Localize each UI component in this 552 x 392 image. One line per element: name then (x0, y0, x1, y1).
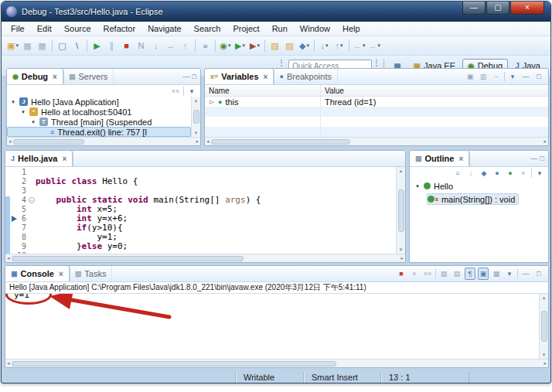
remove-launch-icon[interactable]: × (409, 268, 420, 280)
show-type-names-icon[interactable]: ▣ (465, 70, 475, 83)
open-console-icon[interactable]: ▢ (55, 38, 70, 53)
minimize-icon[interactable]: — (520, 268, 531, 280)
expand-all-icon[interactable]: ≡ (452, 167, 463, 179)
step-over-icon[interactable]: → (163, 38, 178, 53)
previous-annotation-icon[interactable]: ↑▾ (332, 38, 346, 53)
menu-navigate[interactable]: Navigate (141, 22, 187, 35)
panel-maximize-icon[interactable]: □ (193, 73, 196, 80)
tab-hello-java[interactable]: J Hello.java × (5, 151, 73, 166)
dropdown-arrow-icon[interactable]: ▾ (325, 43, 329, 49)
code-line[interactable]: 9 }else y=0; (5, 242, 396, 251)
scroll-up-icon[interactable]: ▴ (543, 295, 546, 301)
scroll-up-icon[interactable]: ▴ (400, 168, 403, 174)
column-value[interactable]: Value (321, 85, 548, 96)
remove-all-launches-icon[interactable]: ×× (422, 268, 433, 280)
scroll-thumb[interactable] (211, 139, 350, 145)
debug-tree-item[interactable]: ▾JHello [Java Application] (7, 97, 191, 107)
scroll-left-icon[interactable]: ◂ (7, 360, 10, 366)
debug-tree-item[interactable]: ▾TThread [main] (Suspended (7, 117, 191, 127)
code-line[interactable]: 10 (5, 251, 396, 254)
vertical-scrollbar[interactable]: ▴ ▾ (191, 97, 200, 137)
scroll-right-icon[interactable]: ▸ (543, 138, 547, 145)
run-icon[interactable]: ▶▾ (233, 38, 247, 53)
maximize-icon[interactable]: □ (533, 268, 544, 280)
fold-toggle-icon[interactable]: − (29, 197, 35, 203)
dropdown-arrow-icon[interactable]: ▾ (340, 43, 343, 49)
minimize-button[interactable]: — (462, 2, 486, 15)
scroll-thumb[interactable] (13, 139, 84, 145)
hide-local-types-icon[interactable]: × (518, 167, 529, 179)
display-selected-console-icon[interactable]: ▦ (491, 268, 502, 280)
expander-icon[interactable]: ▾ (414, 183, 421, 189)
new-wizard-icon[interactable]: ▣▾ (5, 38, 20, 53)
close-tab-icon[interactable]: × (62, 155, 66, 163)
dropdown-arrow-icon[interactable]: ▾ (378, 43, 381, 49)
forward-icon[interactable]: →▾ (367, 38, 383, 53)
view-menu-icon[interactable]: ▾ (507, 70, 518, 83)
expander-icon[interactable]: ▾ (10, 99, 16, 105)
back-icon[interactable]: ←▾ (352, 38, 367, 53)
console-output-area[interactable]: y=1 (5, 294, 539, 359)
tab-breakpoints[interactable]: ●Breakpoints (274, 69, 338, 84)
menu-help[interactable]: Help (336, 22, 366, 35)
step-into-icon[interactable]: ↓ (148, 38, 163, 53)
open-folder-2-icon[interactable]: ▨ (282, 38, 297, 53)
use-step-filters-icon[interactable]: » (198, 38, 213, 53)
remove-all-terminated-icon[interactable]: ×× (170, 85, 181, 97)
open-console-icon[interactable]: ▾ (504, 268, 515, 280)
open-folder-icon[interactable]: ▨ (267, 38, 282, 53)
scroll-down-icon[interactable]: ▾ (400, 247, 403, 253)
clear-console-icon[interactable]: ▨ (438, 268, 449, 280)
view-menu-icon[interactable]: ▾ (534, 167, 545, 179)
hide-non-public-icon[interactable]: ● (505, 167, 516, 179)
scroll-thumb[interactable] (541, 311, 547, 342)
horizontal-scrollbar[interactable]: ◂ ▸ (5, 254, 405, 262)
menu-edit[interactable]: Edit (31, 22, 58, 35)
sort-icon[interactable]: ↓ (465, 167, 476, 179)
vertical-scrollbar[interactable]: ▴ ▾ (539, 294, 548, 359)
maximize-button[interactable]: ▢ (486, 2, 509, 15)
disconnect-icon[interactable]: N (134, 38, 148, 53)
panel-maximize-icon[interactable]: □ (540, 155, 544, 162)
close-tab-icon[interactable]: × (53, 73, 57, 81)
horizontal-scrollbar[interactable]: ◂ ▸ (205, 137, 548, 145)
collapse-all-icon[interactable]: − (491, 70, 502, 83)
hide-fields-icon[interactable]: ◆ (479, 167, 489, 179)
dropdown-arrow-icon[interactable]: ▾ (242, 43, 245, 49)
scroll-lock-icon[interactable]: ▤ (451, 268, 462, 280)
save-icon[interactable]: ▦ (20, 38, 35, 53)
editor-content[interactable]: 12public class Hello {34− public static … (5, 167, 396, 254)
menu-search[interactable]: Search (188, 22, 227, 35)
scroll-thumb[interactable] (12, 256, 244, 261)
scroll-up-icon[interactable]: ▴ (195, 97, 198, 104)
expander-icon[interactable]: ▷ (209, 99, 215, 105)
step-return-icon[interactable]: ↑ (178, 38, 193, 53)
hide-static-members-icon[interactable]: ● (492, 167, 503, 179)
dropdown-arrow-icon[interactable]: ▾ (15, 43, 19, 49)
scroll-left-icon[interactable]: ◂ (206, 138, 210, 145)
scroll-thumb[interactable] (398, 189, 404, 232)
debug-tree-item[interactable]: ≡Thread.exit() line: 757 [l (7, 127, 191, 137)
tab-variables[interactable]: x=Variables× (205, 69, 274, 84)
maximize-icon[interactable]: □ (533, 70, 544, 83)
close-tab-icon[interactable]: × (264, 73, 268, 81)
scroll-thumb[interactable] (193, 110, 199, 124)
menu-file[interactable]: File (5, 22, 31, 35)
menu-window[interactable]: Window (294, 22, 336, 35)
panel-minimize-icon[interactable]: — (183, 73, 190, 80)
scroll-left-icon[interactable]: ◂ (7, 255, 10, 261)
save-all-icon[interactable]: ▦ (35, 38, 49, 53)
pin-console-icon[interactable]: ▣ (478, 268, 489, 280)
scroll-down-icon[interactable]: ▾ (543, 352, 546, 358)
outline-item[interactable]: ▾Hello (414, 180, 548, 192)
word-wrap-icon[interactable]: ¶ (465, 268, 475, 280)
resume-icon[interactable]: ▶ (90, 38, 104, 53)
code-line[interactable]: 2public class Hello { (5, 177, 396, 186)
scroll-right-icon[interactable]: ▸ (400, 255, 404, 261)
pointer-icon[interactable]: \ (70, 38, 84, 53)
show-logical-structures-icon[interactable]: ▥ (478, 70, 489, 83)
tab-tasks[interactable]: ▥Tasks (70, 266, 113, 281)
tab-servers[interactable]: ▤Servers (63, 69, 114, 84)
menu-source[interactable]: Source (58, 22, 97, 35)
search-icon[interactable]: ◆▾ (297, 38, 312, 53)
